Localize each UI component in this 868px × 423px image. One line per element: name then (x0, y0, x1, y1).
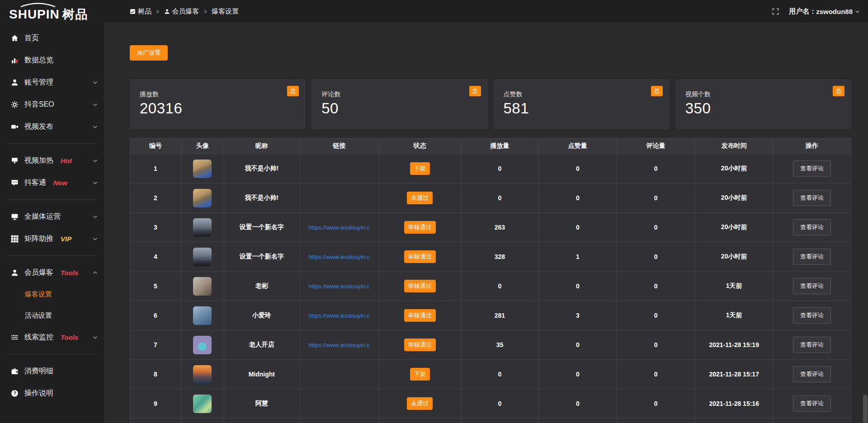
sidebar-item-label: 账号管理 (24, 78, 53, 87)
page-scrollbar-thumb[interactable] (863, 395, 868, 423)
promo-settings-button[interactable]: 推广设置 (130, 45, 168, 61)
sidebar-subitem-爆客设置[interactable]: 爆客设置 (0, 284, 104, 305)
sidebar-item-数据总览[interactable]: 数据总览 (0, 49, 104, 71)
chevron-down-icon (855, 9, 860, 14)
cell-nickname: 阿慧 (224, 389, 300, 418)
sidebar-item-label: 抖音SEO (24, 100, 54, 109)
avatar (193, 248, 212, 266)
sidebar-item-线索监控[interactable]: 线索监控 Tools (0, 326, 104, 348)
stat-card-value: 581 (504, 100, 670, 117)
question-icon: ? (11, 390, 19, 397)
avatar (193, 218, 212, 237)
video-link[interactable]: https://www.iesdouyin.c (309, 312, 370, 319)
cell-nickname (224, 418, 300, 423)
logo-text-cn: 树品 (62, 8, 89, 21)
cell-likes: 0 (539, 389, 617, 418)
breadcrumb-label: 树品 (138, 7, 151, 16)
cell-nickname: 我不是小帅! (224, 183, 300, 213)
table-row: 9 阿慧 未通过 0 0 0 2021-11-28 15:16 查看评论 (130, 389, 851, 418)
sidebar-item-操作说明[interactable]: ? 操作说明 (0, 382, 104, 404)
username-value: zswodun88 (816, 8, 853, 15)
sidebar-item-会员爆客[interactable]: 会员爆客 Tools (0, 262, 104, 284)
cell-link: https://www.iesdouyin.c (300, 330, 379, 360)
cell-comments: 0 (617, 272, 695, 301)
stat-card-value: 20316 (140, 100, 306, 117)
monitor-play-icon (11, 157, 19, 164)
cell-status: 审核通过 (379, 272, 461, 301)
cell-plays: 281 (461, 301, 539, 330)
sidebar-item-视频发布[interactable]: 视频发布 (0, 116, 104, 138)
cell-link: https://www.iesdouyin.c (300, 301, 379, 330)
video-link[interactable]: https://www.iesdouyin.c (309, 342, 370, 348)
view-comments-button[interactable]: 查看评论 (793, 160, 831, 177)
sidebar-item-首页[interactable]: 首页 (0, 27, 104, 49)
view-comments-button[interactable]: 查看评论 (793, 219, 831, 235)
view-comments-button[interactable]: 查看评论 (793, 366, 831, 382)
sidebar-item-label: 操作说明 (24, 389, 53, 398)
table-body: 1 我不是小帅! 下架 0 0 0 20小时前 查看评论 2 我不是小帅! 未通… (130, 154, 851, 423)
cell-nickname: 设置一个新名字 (224, 242, 300, 272)
logo-text-en: SHUPIN (9, 7, 60, 21)
cell-status: 未通过 (379, 183, 461, 213)
sidebar-item-全媒体运营[interactable]: 全媒体运营 (0, 206, 104, 228)
view-comments-button[interactable]: 查看评论 (793, 395, 831, 412)
view-comments-button[interactable]: 查看评论 (793, 190, 831, 206)
chevron-down-icon (93, 236, 98, 241)
chevron-down-icon (93, 270, 98, 275)
table-row: 4 设置一个新名字 https://www.iesdouyin.c 审核通过 3… (130, 242, 851, 272)
column-header-点赞量: 点赞量 (539, 138, 617, 154)
breadcrumb-item-树品[interactable]: 树品 (130, 7, 151, 16)
breadcrumb-item-会员爆客[interactable]: 会员爆客 (164, 7, 199, 16)
breadcrumb-separator: > (204, 8, 208, 15)
cell-comments: 0 (617, 389, 695, 418)
monitor-icon (11, 213, 19, 221)
stat-card-视频个数: 视频个数 350 总 (675, 79, 851, 129)
sidebar-item-tag: New (53, 179, 67, 187)
home-icon (11, 34, 19, 42)
cell-plays: 0 (461, 272, 539, 301)
video-link[interactable]: https://www.iesdouyin.c (309, 224, 370, 231)
view-comments-button[interactable]: 查看评论 (793, 337, 831, 353)
cell-action: 查看评论 (773, 330, 851, 360)
cell-action: 查看评论 (773, 154, 851, 183)
user-menu[interactable]: 用户名：zswodun88 (789, 7, 860, 16)
sidebar-item-label: 视频加热 (24, 156, 53, 165)
chat-icon (11, 179, 19, 187)
column-header-评论量: 评论量 (617, 138, 695, 154)
fullscreen-icon[interactable] (772, 8, 779, 15)
sidebar-subitem-活动设置[interactable]: 活动设置 (0, 305, 104, 326)
cell-likes: 3 (539, 301, 617, 330)
stat-card-value: 50 (321, 100, 487, 117)
video-link[interactable]: https://www.iesdouyin.c (309, 254, 370, 260)
cell-comments: 0 (617, 330, 695, 360)
view-comments-button[interactable]: 查看评论 (793, 278, 831, 294)
view-comments-button[interactable]: 查看评论 (793, 307, 831, 324)
view-comments-button[interactable]: 查看评论 (793, 249, 831, 265)
cell-time: 20小时前 (695, 154, 773, 183)
cell-link (300, 418, 379, 423)
cell-nickname: 我不是小帅! (224, 154, 300, 183)
status-badge: 审核通过 (404, 250, 436, 263)
cell-likes: 0 (539, 360, 617, 389)
cell-id: 6 (130, 301, 181, 330)
sidebar-item-矩阵助推[interactable]: 矩阵助推 VIP (0, 228, 104, 250)
cell-plays: 0 (461, 389, 539, 418)
cell-id: 1 (130, 154, 181, 183)
cell-avatar (181, 242, 224, 272)
sidebar-item-tag: VIP (61, 235, 71, 243)
status-badge: 未通过 (407, 192, 433, 204)
chevron-down-icon (93, 180, 98, 185)
cell-comments: 0 (617, 301, 695, 330)
sidebar-item-账号管理[interactable]: 账号管理 (0, 71, 104, 94)
cell-id: 8 (130, 360, 181, 389)
breadcrumb-item-爆客设置[interactable]: 爆客设置 (212, 7, 239, 16)
cell-id: 9 (130, 389, 181, 418)
video-link[interactable]: https://www.iesdouyin.c (309, 283, 370, 290)
sidebar-nav: 首页 数据总览 账号管理 抖音SEO 视频发布 视频加热 Hot 抖客通 New (0, 27, 104, 404)
cell-action: 查看评论 (773, 242, 851, 272)
sidebar-item-抖客通[interactable]: 抖客通 New (0, 172, 104, 194)
cell-avatar (181, 301, 224, 330)
sidebar-item-视频加热[interactable]: 视频加热 Hot (0, 150, 104, 172)
sidebar-item-消费明细[interactable]: 消费明细 (0, 360, 104, 382)
sidebar-item-抖音SEO[interactable]: 抖音SEO (0, 94, 104, 116)
